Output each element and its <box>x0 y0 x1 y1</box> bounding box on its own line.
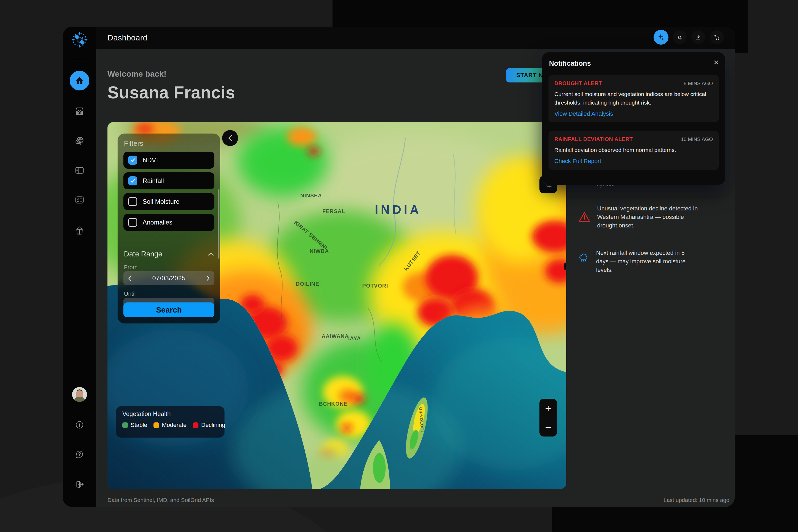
shopping-bag-icon <box>74 225 86 236</box>
until-label: Until <box>124 290 136 298</box>
filter-label: Anomalies <box>142 218 172 226</box>
help-icon <box>74 449 85 460</box>
map-place-label: NIWBA <box>310 248 329 254</box>
ai-assistant-button[interactable] <box>653 30 668 45</box>
notifications-title: Notifications <box>549 59 591 68</box>
check-full-report-link[interactable]: Check Full Report <box>554 158 713 165</box>
moderate-color-chip <box>153 422 159 428</box>
filters-title: Filters <box>124 139 144 148</box>
app-logo <box>63 31 96 48</box>
map-place-label: AAIWANA <box>322 333 349 339</box>
last-updated-status: Last updated: 10 mins ago <box>663 497 729 503</box>
alert-timestamp: 10 MINS AGO <box>681 136 713 142</box>
from-date-stepper: 07/03/2025 <box>124 271 214 285</box>
from-label: From <box>124 264 137 271</box>
sidebar-item-home[interactable] <box>63 71 96 91</box>
sidebar-item-store[interactable] <box>63 105 96 117</box>
store-icon <box>73 105 86 117</box>
legend-label: Declining <box>201 422 225 429</box>
filter-option-soil-moisture[interactable]: Soil Moisture <box>124 193 214 210</box>
app-window: Dashboard <box>63 26 735 507</box>
sidebar-item-info[interactable] <box>63 419 96 431</box>
download-icon <box>694 33 702 41</box>
legend-label: Stable <box>131 422 147 429</box>
insight-text: Unusual vegetation decline detected in W… <box>597 204 698 230</box>
alert-body: Rainfall deviation observed from normal … <box>554 146 713 154</box>
checkbox-checked-icon[interactable] <box>128 156 137 165</box>
layout-panel-icon <box>73 165 86 177</box>
alert-body: Current soil moisture and vegetation ind… <box>554 90 713 107</box>
chevron-left-icon <box>227 134 233 142</box>
map-zoom-control: + − <box>539 399 557 437</box>
logout-icon <box>74 479 85 490</box>
globe-search-icon <box>73 135 86 147</box>
search-button[interactable]: Search <box>124 302 214 317</box>
vegetation-health-legend: Vegetation Health Stable Moderate Dec <box>116 406 225 438</box>
sidebar-item-tasks[interactable] <box>63 194 96 206</box>
notifications-button[interactable] <box>673 30 687 44</box>
map-place-label: NINSEA <box>300 193 322 198</box>
checkbox-unchecked-icon[interactable] <box>128 197 137 206</box>
map-card: INDIA NINSEA FERSAL KIRAT SBHMNI NIWBA D… <box>108 122 566 489</box>
checklist-icon <box>73 194 86 206</box>
map-place-label: IAYA <box>348 336 361 341</box>
cart-button[interactable] <box>710 30 724 44</box>
chevron-right-icon[interactable] <box>206 275 210 281</box>
sidebar-item-help[interactable] <box>63 449 96 460</box>
sidebar-item-explore[interactable] <box>63 135 96 147</box>
close-icon[interactable]: × <box>714 57 719 68</box>
zoom-in-button[interactable]: + <box>545 403 551 414</box>
legend-item-moderate: Moderate <box>153 422 187 429</box>
sidebar-avatar[interactable] <box>63 387 96 402</box>
notification-card-rainfall: RAINFALL DEVIATION ALERT 10 MINS AGO Rai… <box>549 131 719 170</box>
chevron-up-icon[interactable] <box>208 252 214 256</box>
warning-triangle-icon <box>578 211 591 224</box>
notifications-panel: Notifications × DROUGHT ALERT 5 MINS AGO… <box>542 52 725 185</box>
legend-item-stable: Stable <box>122 422 147 429</box>
legend-label: Moderate <box>162 422 187 429</box>
filter-option-rainfall[interactable]: Rainfall <box>124 172 214 189</box>
info-icon <box>74 419 85 431</box>
filter-option-ndvi[interactable]: NDVI <box>124 152 214 169</box>
alert-timestamp: 5 MINS AGO <box>684 81 713 87</box>
home-icon <box>75 76 84 86</box>
bell-icon <box>676 33 684 41</box>
filters-panel: Filters NDVI Rainfall <box>118 134 220 323</box>
header: Dashboard <box>96 26 735 49</box>
app-background: Dashboard <box>0 0 798 532</box>
page-title: Dashboard <box>108 26 147 49</box>
user-name: Susana Francis <box>108 83 235 102</box>
sidebar-item-logout[interactable] <box>63 478 96 490</box>
checkbox-unchecked-icon[interactable] <box>128 218 137 227</box>
legend-title: Vegetation Health <box>122 411 171 418</box>
insight-item-rainfall-window: Next rainfall window expected in 5 days … <box>578 249 732 274</box>
rain-cloud-icon <box>578 252 590 264</box>
from-date-value: 07/03/2025 <box>152 274 185 282</box>
stable-color-chip <box>122 422 128 428</box>
filter-option-anomalies[interactable]: Anomalies <box>124 214 214 231</box>
sidebar-item-panels[interactable] <box>63 165 96 176</box>
satellite-logo-icon <box>71 31 88 48</box>
legend-item-declining: Declining <box>193 422 225 429</box>
map-edge-handle[interactable] <box>564 263 566 270</box>
map-country-label: INDIA <box>375 203 421 216</box>
collapse-filters-button[interactable] <box>222 130 238 146</box>
alert-title: RAINFALL DEVIATION ALERT <box>554 136 633 142</box>
filter-label: NDVI <box>142 156 158 164</box>
insight-text: Next rainfall window expected in 5 days … <box>596 249 685 274</box>
cart-icon <box>713 33 721 41</box>
sidebar-item-orders[interactable] <box>63 225 96 236</box>
view-detailed-analysis-link[interactable]: View Detailed Analysis <box>554 110 713 117</box>
checkbox-checked-icon[interactable] <box>128 176 137 185</box>
sidebar <box>63 26 96 507</box>
download-button[interactable] <box>691 30 705 44</box>
sparkles-icon <box>657 33 666 42</box>
date-range-title: Date Range <box>124 250 162 258</box>
main-content: Welcome back! Susana Francis START NEW <box>96 49 735 507</box>
chevron-left-icon[interactable] <box>128 275 132 281</box>
zoom-out-button[interactable]: − <box>545 422 551 433</box>
notification-card-drought: DROUGHT ALERT 5 MINS AGO Current soil mo… <box>549 75 719 122</box>
sidebar-divider <box>72 60 87 60</box>
filters-scrollbar[interactable] <box>218 189 220 259</box>
declining-color-chip <box>193 422 198 428</box>
